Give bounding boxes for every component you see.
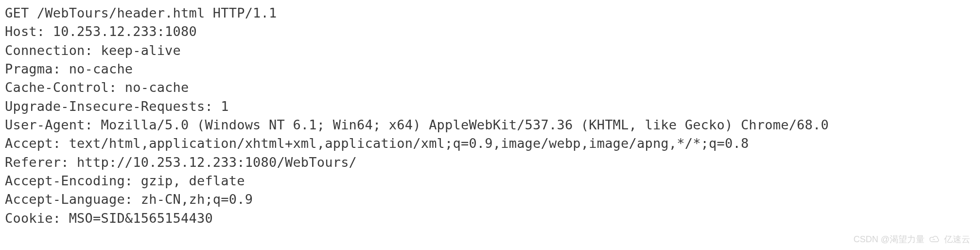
header-line: Referer: http://10.253.12.233:1080/WebTo… [5,153,975,172]
header-line: Connection: keep-alive [5,41,975,60]
header-line: Accept: text/html,application/xhtml+xml,… [5,134,975,153]
header-line: Pragma: no-cache [5,60,975,78]
watermark-text-right: 亿速云 [944,233,970,245]
request-line: GET /WebTours/header.html HTTP/1.1 [5,4,975,22]
watermark: CSDN @渴望力量 亿速云 [854,233,970,245]
http-request-block: GET /WebTours/header.html HTTP/1.1Host: … [0,0,980,232]
header-line: Cookie: MSO=SID&1565154430 [5,209,975,228]
header-line: Accept-Language: zh-CN,zh;q=0.9 [5,190,975,209]
header-line: User-Agent: Mozilla/5.0 (Windows NT 6.1;… [5,116,975,134]
header-line: Accept-Encoding: gzip, deflate [5,172,975,190]
header-line: Cache-Control: no-cache [5,78,975,97]
header-line: Upgrade-Insecure-Requests: 1 [5,97,975,116]
cloud-icon [928,235,940,243]
watermark-text-left: CSDN @渴望力量 [854,233,925,245]
header-line: Host: 10.253.12.233:1080 [5,22,975,41]
